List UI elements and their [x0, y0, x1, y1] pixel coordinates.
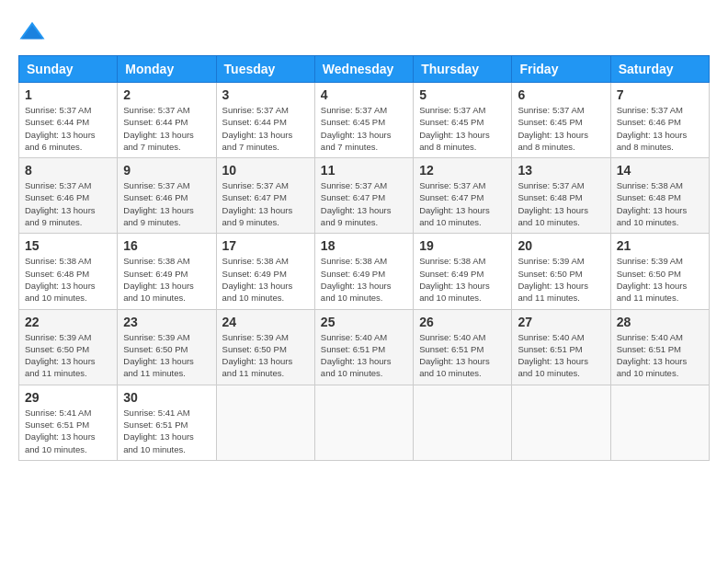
day-number: 19 — [419, 238, 506, 253]
day-number: 12 — [419, 163, 506, 178]
day-number: 14 — [617, 163, 703, 178]
weekday-header-sunday: Sunday — [19, 56, 118, 83]
day-number: 5 — [419, 87, 506, 102]
day-number: 16 — [123, 238, 210, 253]
logo — [18, 18, 50, 46]
day-number: 25 — [321, 315, 407, 329]
calendar-cell — [414, 385, 512, 460]
calendar-cell — [314, 385, 413, 460]
day-number: 26 — [419, 315, 506, 329]
day-info: Sunrise: 5:37 AM Sunset: 6:44 PM Dayligh… — [222, 104, 309, 153]
day-number: 8 — [25, 163, 111, 178]
day-info: Sunrise: 5:37 AM Sunset: 6:46 PM Dayligh… — [25, 179, 111, 228]
day-number: 20 — [518, 238, 604, 253]
weekday-header-thursday: Thursday — [414, 56, 512, 83]
day-info: Sunrise: 5:37 AM Sunset: 6:48 PM Dayligh… — [518, 179, 604, 228]
calendar-cell: 8 Sunrise: 5:37 AM Sunset: 6:46 PM Dayli… — [19, 158, 118, 234]
day-info: Sunrise: 5:37 AM Sunset: 6:47 PM Dayligh… — [222, 179, 309, 228]
day-number: 6 — [518, 87, 604, 102]
logo-icon — [18, 18, 46, 46]
day-info: Sunrise: 5:38 AM Sunset: 6:48 PM Dayligh… — [25, 255, 111, 304]
day-info: Sunrise: 5:37 AM Sunset: 6:45 PM Dayligh… — [518, 104, 604, 153]
day-info: Sunrise: 5:38 AM Sunset: 6:49 PM Dayligh… — [419, 255, 506, 304]
day-info: Sunrise: 5:40 AM Sunset: 6:51 PM Dayligh… — [419, 331, 506, 380]
calendar-table: SundayMondayTuesdayWednesdayThursdayFrid… — [18, 55, 710, 461]
calendar-cell: 6 Sunrise: 5:37 AM Sunset: 6:45 PM Dayli… — [512, 83, 610, 158]
calendar-cell: 10 Sunrise: 5:37 AM Sunset: 6:47 PM Dayl… — [216, 158, 314, 234]
day-info: Sunrise: 5:37 AM Sunset: 6:47 PM Dayligh… — [419, 179, 506, 228]
calendar-cell — [512, 385, 610, 460]
day-info: Sunrise: 5:37 AM Sunset: 6:44 PM Dayligh… — [123, 104, 210, 153]
day-info: Sunrise: 5:38 AM Sunset: 6:48 PM Dayligh… — [617, 179, 703, 228]
day-info: Sunrise: 5:39 AM Sunset: 6:50 PM Dayligh… — [222, 331, 309, 380]
day-info: Sunrise: 5:39 AM Sunset: 6:50 PM Dayligh… — [617, 255, 703, 304]
calendar-cell: 26 Sunrise: 5:40 AM Sunset: 6:51 PM Dayl… — [414, 309, 512, 385]
day-info: Sunrise: 5:40 AM Sunset: 6:51 PM Dayligh… — [617, 331, 703, 380]
day-info: Sunrise: 5:38 AM Sunset: 6:49 PM Dayligh… — [123, 255, 210, 304]
weekday-header-row: SundayMondayTuesdayWednesdayThursdayFrid… — [19, 56, 710, 83]
day-number: 9 — [123, 163, 210, 178]
calendar-cell: 29 Sunrise: 5:41 AM Sunset: 6:51 PM Dayl… — [19, 385, 118, 460]
day-number: 30 — [123, 390, 210, 405]
weekday-header-tuesday: Tuesday — [216, 56, 314, 83]
day-info: Sunrise: 5:39 AM Sunset: 6:50 PM Dayligh… — [518, 255, 604, 304]
calendar-cell: 27 Sunrise: 5:40 AM Sunset: 6:51 PM Dayl… — [512, 309, 610, 385]
day-info: Sunrise: 5:41 AM Sunset: 6:51 PM Dayligh… — [25, 407, 111, 455]
day-info: Sunrise: 5:40 AM Sunset: 6:51 PM Dayligh… — [518, 331, 604, 380]
day-info: Sunrise: 5:37 AM Sunset: 6:46 PM Dayligh… — [617, 104, 703, 153]
calendar-cell: 28 Sunrise: 5:40 AM Sunset: 6:51 PM Dayl… — [610, 309, 709, 385]
day-number: 7 — [617, 87, 703, 102]
calendar-week-4: 22 Sunrise: 5:39 AM Sunset: 6:50 PM Dayl… — [19, 309, 710, 385]
day-number: 18 — [321, 238, 407, 253]
day-number: 23 — [123, 315, 210, 329]
calendar-week-5: 29 Sunrise: 5:41 AM Sunset: 6:51 PM Dayl… — [19, 385, 710, 460]
weekday-header-monday: Monday — [118, 56, 216, 83]
calendar-cell: 21 Sunrise: 5:39 AM Sunset: 6:50 PM Dayl… — [610, 234, 709, 309]
day-info: Sunrise: 5:37 AM Sunset: 6:45 PM Dayligh… — [419, 104, 506, 153]
weekday-header-wednesday: Wednesday — [314, 56, 413, 83]
calendar-cell: 18 Sunrise: 5:38 AM Sunset: 6:49 PM Dayl… — [314, 234, 413, 309]
weekday-header-friday: Friday — [512, 56, 610, 83]
calendar-cell: 19 Sunrise: 5:38 AM Sunset: 6:49 PM Dayl… — [414, 234, 512, 309]
weekday-header-saturday: Saturday — [610, 56, 709, 83]
calendar-cell: 30 Sunrise: 5:41 AM Sunset: 6:51 PM Dayl… — [118, 385, 216, 460]
day-info: Sunrise: 5:41 AM Sunset: 6:51 PM Dayligh… — [123, 407, 210, 455]
calendar-week-1: 1 Sunrise: 5:37 AM Sunset: 6:44 PM Dayli… — [19, 83, 710, 158]
calendar-cell: 22 Sunrise: 5:39 AM Sunset: 6:50 PM Dayl… — [19, 309, 118, 385]
calendar-cell: 15 Sunrise: 5:38 AM Sunset: 6:48 PM Dayl… — [19, 234, 118, 309]
day-number: 22 — [25, 315, 111, 329]
calendar-cell: 25 Sunrise: 5:40 AM Sunset: 6:51 PM Dayl… — [314, 309, 413, 385]
day-info: Sunrise: 5:37 AM Sunset: 6:47 PM Dayligh… — [321, 179, 407, 228]
day-number: 17 — [222, 238, 309, 253]
calendar-cell: 16 Sunrise: 5:38 AM Sunset: 6:49 PM Dayl… — [118, 234, 216, 309]
day-number: 29 — [25, 390, 111, 405]
calendar-header: SundayMondayTuesdayWednesdayThursdayFrid… — [19, 56, 710, 83]
calendar-week-2: 8 Sunrise: 5:37 AM Sunset: 6:46 PM Dayli… — [19, 158, 710, 234]
day-number: 15 — [25, 238, 111, 253]
day-number: 2 — [123, 87, 210, 102]
day-number: 27 — [518, 315, 604, 329]
calendar-body: 1 Sunrise: 5:37 AM Sunset: 6:44 PM Dayli… — [19, 83, 710, 461]
calendar-cell: 5 Sunrise: 5:37 AM Sunset: 6:45 PM Dayli… — [414, 83, 512, 158]
day-info: Sunrise: 5:37 AM Sunset: 6:45 PM Dayligh… — [321, 104, 407, 153]
calendar-cell: 4 Sunrise: 5:37 AM Sunset: 6:45 PM Dayli… — [314, 83, 413, 158]
day-info: Sunrise: 5:37 AM Sunset: 6:44 PM Dayligh… — [25, 104, 111, 153]
day-number: 21 — [617, 238, 703, 253]
calendar-cell: 12 Sunrise: 5:37 AM Sunset: 6:47 PM Dayl… — [414, 158, 512, 234]
page-header — [18, 18, 710, 46]
calendar-cell — [610, 385, 709, 460]
day-info: Sunrise: 5:37 AM Sunset: 6:46 PM Dayligh… — [123, 179, 210, 228]
calendar-cell: 11 Sunrise: 5:37 AM Sunset: 6:47 PM Dayl… — [314, 158, 413, 234]
day-info: Sunrise: 5:38 AM Sunset: 6:49 PM Dayligh… — [321, 255, 407, 304]
day-number: 10 — [222, 163, 309, 178]
calendar-cell: 7 Sunrise: 5:37 AM Sunset: 6:46 PM Dayli… — [610, 83, 709, 158]
day-info: Sunrise: 5:39 AM Sunset: 6:50 PM Dayligh… — [25, 331, 111, 380]
day-number: 24 — [222, 315, 309, 329]
day-number: 13 — [518, 163, 604, 178]
calendar-cell: 17 Sunrise: 5:38 AM Sunset: 6:49 PM Dayl… — [216, 234, 314, 309]
calendar-cell: 9 Sunrise: 5:37 AM Sunset: 6:46 PM Dayli… — [118, 158, 216, 234]
calendar-cell: 13 Sunrise: 5:37 AM Sunset: 6:48 PM Dayl… — [512, 158, 610, 234]
day-number: 1 — [25, 87, 111, 102]
calendar-cell: 3 Sunrise: 5:37 AM Sunset: 6:44 PM Dayli… — [216, 83, 314, 158]
day-number: 4 — [321, 87, 407, 102]
